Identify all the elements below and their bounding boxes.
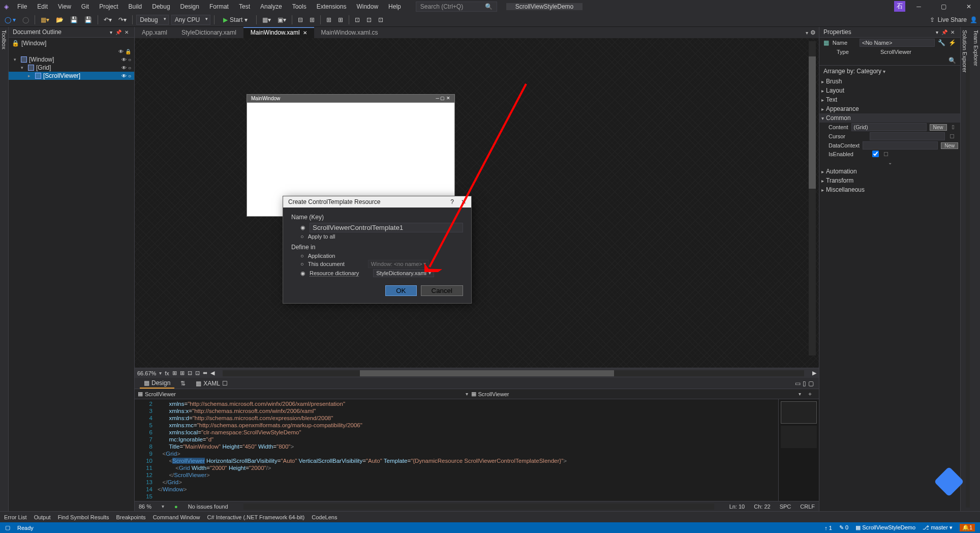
group-text[interactable]: ▸Text [819, 95, 960, 104]
bottom-tab[interactable]: Error List [4, 514, 27, 520]
tree-row[interactable]: ▾[Window]👁 ○ [9, 55, 134, 64]
tb-misc-1[interactable]: ⊡ [353, 15, 362, 24]
tb-misc-3[interactable]: ⊡ [376, 15, 385, 24]
tab-StyleDictionary-xaml[interactable]: StyleDictionary.xaml [174, 27, 243, 38]
marker-icon[interactable] [884, 152, 888, 156]
radio-application[interactable]: ○ [300, 253, 304, 259]
template-name-input[interactable] [310, 223, 463, 232]
account-badge[interactable]: 石 [894, 1, 905, 12]
menu-help[interactable]: Help [384, 2, 406, 12]
designer-vscrollbar[interactable] [809, 41, 816, 356]
tb-align-2[interactable]: ⊞ [308, 15, 317, 24]
tabs-settings-icon[interactable]: ⚙ [810, 29, 816, 36]
menu-project[interactable]: Project [95, 2, 122, 12]
panel-dropdown-icon[interactable]: ▾ [108, 29, 114, 35]
menu-window[interactable]: Window [352, 2, 383, 12]
code-hscrollbar[interactable] [243, 504, 714, 510]
cancel-button[interactable]: Cancel [421, 285, 464, 296]
resource-dictionary-combo[interactable]: StyleDictionary.xaml▾ [373, 269, 434, 277]
tree-row[interactable]: ▸[ScrollViewer]👁 ○ [9, 72, 134, 80]
group-common[interactable]: ▾Common [819, 113, 960, 123]
marker-icon[interactable] [950, 134, 954, 138]
group-automation[interactable]: ▸Automation [819, 167, 960, 176]
search-icon[interactable]: 🔍 [948, 57, 956, 64]
tb-grid-2[interactable]: ⊞ [336, 15, 345, 24]
new-button[interactable]: New [930, 124, 947, 131]
tree-row[interactable]: ▾[Grid]👁 ○ [9, 64, 134, 72]
nav-back-button[interactable]: ◯ ▾ [3, 15, 18, 24]
code-editor[interactable]: 23456789101112131415 xmlns="http://schem… [135, 399, 819, 501]
group-brush[interactable]: ▸Brush [819, 77, 960, 86]
status-up[interactable]: ↑ 1 [824, 525, 832, 531]
split-layout-3[interactable]: ▢ [808, 380, 814, 387]
menu-design[interactable]: Design [176, 2, 204, 12]
menu-build[interactable]: Build [124, 2, 147, 12]
menu-analyze[interactable]: Analyze [256, 2, 287, 12]
arrange-by[interactable]: Arrange by: Category [823, 68, 881, 75]
bottom-tab[interactable]: Output [34, 514, 51, 520]
tab-close-icon[interactable]: ✕ [303, 30, 307, 36]
bottom-tab[interactable]: CodeLens [312, 514, 337, 520]
start-button[interactable]: ▶Start ▾ [218, 15, 253, 24]
designer-tool-8[interactable]: ▶ [812, 370, 816, 376]
tb-align-1[interactable]: ⊟ [296, 15, 305, 24]
designer-tool-6[interactable]: ⬌ [203, 370, 207, 376]
zoom-level[interactable]: 66.67% [137, 370, 156, 376]
split-layout-1[interactable]: ▭ [795, 380, 801, 387]
wrench-icon[interactable]: 🔧 [938, 39, 945, 46]
swap-icon[interactable]: ⇅ [180, 380, 186, 387]
panel-pin-icon[interactable]: 📌 [114, 29, 123, 35]
ok-button[interactable]: OK [385, 285, 416, 296]
search-box[interactable]: Search (Ctrl+Q) 🔍 [416, 2, 497, 12]
panel-close-icon[interactable]: ✕ [123, 29, 130, 35]
status-solution[interactable]: ▦ ScrollViewStyleDemo [855, 524, 915, 531]
bottom-tab[interactable]: Breakpoints [116, 514, 146, 520]
visibility-icons[interactable]: 👁 🔒 [118, 49, 131, 54]
group-transform[interactable]: ▸Transform [819, 176, 960, 185]
tab-App-xaml[interactable]: App.xaml [135, 27, 174, 38]
status-edits[interactable]: ✎ 0 [839, 524, 848, 531]
dialog-close-icon[interactable]: ✕ [461, 198, 466, 205]
undo-button[interactable]: ↶▾ [102, 15, 114, 24]
bottom-tab[interactable]: C# Interactive (.NET Framework 64-bit) [207, 514, 305, 520]
group-layout[interactable]: ▸Layout [819, 86, 960, 95]
menu-format[interactable]: Format [205, 2, 233, 12]
designer-tool-5[interactable]: ⊡ [195, 370, 200, 376]
minimize-button[interactable]: ─ [907, 0, 930, 13]
close-button[interactable]: ✕ [957, 0, 980, 13]
redo-button[interactable]: ↷▾ [116, 15, 129, 24]
marker-icon[interactable] [952, 125, 954, 129]
menu-edit[interactable]: Edit [33, 2, 52, 12]
tb-icon-2[interactable]: ▣▾ [275, 15, 288, 24]
breadcrumb-right[interactable]: ▦ ScrollViewer [471, 391, 509, 397]
tb-grid-1[interactable]: ⊞ [324, 15, 333, 24]
new-project-button[interactable]: ▦▾ [39, 15, 51, 24]
designer-tool-7[interactable]: ◀ [210, 370, 215, 376]
design-tab[interactable]: ▦ Design [140, 378, 174, 389]
status-branch[interactable]: ⎇ master ▾ [923, 524, 953, 531]
maximize-button[interactable]: ▢ [932, 0, 955, 13]
toolbox-tab[interactable]: Toolbox [0, 27, 9, 511]
designer-tool-1[interactable]: fx [165, 370, 169, 376]
tabs-dropdown-icon[interactable]: ▾ [806, 30, 808, 36]
panel-dropdown-icon[interactable]: ▾ [934, 29, 940, 35]
help-icon[interactable]: ? [450, 198, 454, 205]
menu-view[interactable]: View [53, 2, 76, 12]
designer-tool-4[interactable]: ⊡ [188, 370, 192, 376]
group-appearance[interactable]: ▸Appearance [819, 104, 960, 113]
tb-icon-1[interactable]: ▦▾ [260, 15, 273, 24]
xaml-tab[interactable]: ▦ XAML ☐ [192, 379, 232, 388]
menu-git[interactable]: Git [77, 2, 94, 12]
prop-input[interactable] [870, 132, 945, 140]
expand-icon[interactable]: ⌄ [819, 158, 960, 167]
status-bell[interactable]: 🔔1 [960, 524, 975, 531]
events-icon[interactable]: ⚡ [948, 39, 956, 46]
name-input[interactable] [860, 39, 935, 47]
menu-test[interactable]: Test [234, 2, 255, 12]
menu-file[interactable]: File [13, 2, 32, 12]
new-button[interactable]: New [941, 142, 958, 149]
team-explorer-tab[interactable]: Team Explorer [973, 30, 979, 508]
nav-fwd-button[interactable]: ◯ [20, 15, 31, 24]
menu-extensions[interactable]: Extensions [312, 2, 351, 12]
live-share-button[interactable]: Live Share [938, 16, 967, 23]
